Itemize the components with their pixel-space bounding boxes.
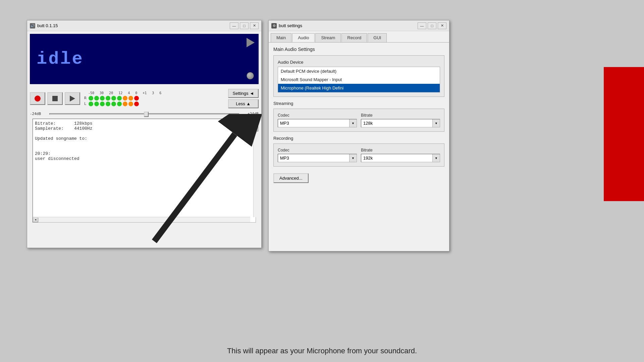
volume-slider[interactable]: [49, 113, 239, 115]
butt-settings-window: ⚙ butt settings — □ ✕ Main Audio Stream …: [268, 20, 449, 251]
recording-section-label: Recording: [273, 136, 444, 141]
main-window-title: butt 0.1.15: [37, 23, 58, 28]
main-title-icon: 🔊: [30, 23, 35, 28]
vu-r-dot9: [134, 96, 139, 101]
horiz-scroll-left[interactable]: ◄: [33, 218, 38, 222]
play-button[interactable]: [65, 92, 80, 105]
tab-record[interactable]: Record: [341, 33, 367, 42]
vert-scroll-up[interactable]: ▲: [254, 119, 259, 124]
audio-device-option-2[interactable]: Microphone (Realtek High Defini: [278, 84, 440, 92]
vu-db-labels: -5030201240+136: [88, 91, 161, 95]
volume-thumb[interactable]: [144, 112, 149, 117]
tab-stream[interactable]: Stream: [315, 33, 341, 42]
recording-codec-label: Codec: [278, 148, 357, 153]
record-dot-icon: [35, 96, 41, 102]
recording-codec-bitrate-row: Codec MP3 ▼ Bitrate 192k ▼: [278, 148, 440, 162]
settings-window-title: butt settings: [279, 23, 302, 28]
streaming-bitrate-select[interactable]: 128k ▼: [361, 119, 440, 127]
streaming-codec-dropdown-icon[interactable]: ▼: [349, 119, 357, 127]
settings-tabs: Main Audio Stream Record GUI: [269, 31, 449, 42]
less-button[interactable]: Less ▲: [228, 99, 259, 108]
vu-l-dot1: [89, 102, 93, 106]
recording-codec-value: MP3: [278, 154, 349, 162]
record-button[interactable]: [30, 92, 45, 105]
vu-l-dot3: [100, 102, 105, 106]
streaming-codec-bitrate-row: Codec MP3 ▼ Bitrate 128k ▼: [278, 113, 440, 127]
volume-row: -24dB +24dB: [27, 110, 261, 117]
vu-l-dot5: [111, 102, 116, 106]
streaming-bitrate-group: Bitrate 128k ▼: [361, 113, 440, 127]
streaming-codec-select[interactable]: MP3 ▼: [278, 119, 357, 127]
streaming-codec-group: Codec MP3 ▼: [278, 113, 357, 127]
audio-tab-content: Main Audio Settings Audio Device Default…: [269, 43, 449, 187]
horiz-scrollbar: ◄: [33, 217, 250, 222]
recording-codec-group: Codec MP3 ▼: [278, 148, 357, 162]
vert-scroll-thumb[interactable]: [254, 125, 258, 131]
vu-row-r: R: [84, 96, 161, 101]
streaming-section-label: Streaming: [273, 101, 444, 106]
recording-codec-select[interactable]: MP3 ▼: [278, 154, 357, 162]
vu-r-dot5: [111, 96, 116, 101]
audio-device-dropdown[interactable]: Default PCM device (default) Microsoft S…: [278, 67, 440, 93]
recording-bitrate-value: 192k: [361, 154, 432, 162]
main-minimize-btn[interactable]: —: [230, 22, 238, 29]
log-container: Bitrate: 128kbps Samplerate: 44100Hz Upd…: [30, 119, 259, 223]
tab-audio[interactable]: Audio: [292, 33, 315, 42]
streaming-codec-label: Codec: [278, 113, 357, 118]
controls-row: -5030201240+136 R L: [27, 87, 261, 110]
audio-settings-panel: Audio Device Default PCM device (default…: [273, 55, 444, 97]
streaming-bitrate-label: Bitrate: [361, 113, 440, 118]
settings-maximize-btn[interactable]: □: [428, 22, 436, 29]
volume-knob[interactable]: [247, 72, 254, 79]
audio-device-label: Audio Device: [278, 60, 440, 65]
recording-codec-dropdown-icon[interactable]: ▼: [349, 154, 357, 162]
tab-main[interactable]: Main: [271, 33, 291, 42]
vu-r-dot6: [117, 96, 122, 101]
recording-bitrate-dropdown-icon[interactable]: ▼: [432, 154, 440, 162]
main-titlebar: 🔊 butt 0.1.15 — □ ✕: [27, 20, 261, 31]
vu-r-dot8: [128, 96, 133, 101]
vu-l-dot2: [94, 102, 99, 106]
audio-device-option-1[interactable]: Microsoft Sound Mapper - Input: [278, 75, 440, 84]
vu-r-dot4: [106, 96, 110, 101]
recording-bitrate-group: Bitrate 192k ▼: [361, 148, 440, 162]
log-area: Bitrate: 128kbps Samplerate: 44100Hz Upd…: [33, 119, 256, 223]
settings-button[interactable]: Settings ◄: [228, 89, 259, 98]
audio-device-option-0[interactable]: Default PCM device (default): [278, 67, 440, 75]
vu-r-dot2: [94, 96, 99, 101]
side-buttons: Settings ◄ Less ▲: [228, 89, 259, 108]
stop-button[interactable]: [47, 92, 63, 105]
idle-text: idle: [30, 43, 91, 76]
vu-r-dot1: [89, 96, 93, 101]
streaming-bitrate-value: 128k: [361, 119, 432, 127]
advanced-button[interactable]: Advanced...: [273, 173, 309, 183]
bg-letter: r: [614, 94, 637, 163]
main-window-controls: — □ ✕: [230, 22, 259, 29]
recording-bitrate-label: Bitrate: [361, 148, 440, 153]
streaming-codec-value: MP3: [278, 119, 349, 127]
settings-minimize-btn[interactable]: —: [418, 22, 426, 29]
butt-main-window: 🔊 butt 0.1.15 — □ ✕ idle -5030201240+: [27, 20, 262, 248]
annotation-text: This will appear as your Microphone from…: [227, 347, 417, 355]
play-icon: [70, 96, 75, 102]
vert-scrollbar: ▲: [253, 119, 259, 217]
main-maximize-btn[interactable]: □: [240, 22, 249, 29]
recording-panel: Codec MP3 ▼ Bitrate 192k ▼: [273, 143, 444, 167]
vu-l-dot7: [123, 102, 127, 106]
main-close-btn[interactable]: ✕: [250, 22, 259, 29]
vu-l-dot6: [117, 102, 122, 106]
vu-r-dot3: [100, 96, 105, 101]
vu-l-dot9: [134, 102, 139, 106]
tab-gui[interactable]: GUI: [368, 33, 387, 42]
display-play-btn[interactable]: [247, 38, 255, 47]
vol-left-label: -24dB: [30, 112, 47, 116]
settings-close-btn[interactable]: ✕: [438, 22, 446, 29]
recording-bitrate-select[interactable]: 192k ▼: [361, 154, 440, 162]
vu-r-dot7: [123, 96, 127, 101]
vu-meters: -5030201240+136 R L: [84, 91, 161, 106]
main-audio-settings-title: Main Audio Settings: [273, 47, 444, 52]
streaming-bitrate-dropdown-icon[interactable]: ▼: [432, 119, 440, 127]
stop-icon: [52, 96, 58, 101]
vu-row-l: L: [84, 102, 161, 106]
settings-title-icon: ⚙: [271, 23, 277, 28]
